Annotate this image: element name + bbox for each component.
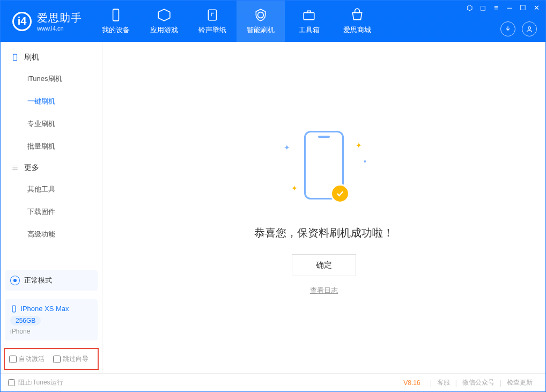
nav-store[interactable]: 爱思商城: [333, 1, 381, 42]
footer-link-support[interactable]: 客服: [437, 378, 450, 387]
footer-link-check-update[interactable]: 检查更新: [507, 378, 533, 387]
svg-rect-0: [113, 9, 119, 21]
svg-rect-2: [304, 12, 314, 19]
checkbox-skip-guide[interactable]: 跳过向导: [53, 354, 88, 364]
sidebar-item-other-tools[interactable]: 其他工具: [1, 178, 102, 201]
nav-apps-games[interactable]: 应用游戏: [140, 1, 188, 42]
device-info-box[interactable]: iPhone XS Max 256GB iPhone: [5, 299, 98, 341]
main-content: ✦✦✦• 恭喜您，保资料刷机成功啦！ 确定 查看日志: [102, 42, 545, 373]
checkbox-block-itunes[interactable]: 阻止iTunes运行: [8, 378, 63, 387]
nav-toolbox[interactable]: 工具箱: [285, 1, 333, 42]
phone-icon: [11, 54, 19, 61]
status-bar: 阻止iTunes运行 V8.16 | 客服 | 微信公众号 | 检查更新: [1, 373, 545, 391]
maximize-icon[interactable]: ☐: [519, 4, 527, 11]
mode-indicator-icon: [10, 276, 20, 285]
sidebar-item-onekey-flash[interactable]: 一键刷机: [1, 90, 102, 113]
download-icon[interactable]: [500, 21, 515, 36]
svg-point-3: [528, 27, 531, 29]
success-illustration: ✦✦✦•: [278, 120, 370, 211]
list-icon: [11, 164, 19, 172]
main-nav: 我的设备 应用游戏 铃声壁纸 智能刷机 工具箱 爱思商城: [92, 1, 381, 42]
nav-smart-flash[interactable]: 智能刷机: [237, 1, 285, 42]
window-controls: ⬡ ◻ ≡ ─ ☐ ✕: [466, 4, 540, 11]
sidebar-item-batch-flash[interactable]: 批量刷机: [1, 135, 102, 158]
sidebar-item-download-firmware[interactable]: 下载固件: [1, 201, 102, 223]
logo-icon: i4: [12, 12, 32, 31]
user-icon[interactable]: [522, 21, 537, 36]
device-phone-icon: [10, 305, 18, 313]
feedback-icon[interactable]: ◻: [479, 4, 486, 11]
view-log-link[interactable]: 查看日志: [310, 286, 338, 295]
app-name: 爱思助手: [37, 11, 82, 25]
logo-area: i4 爱思助手 www.i4.cn: [1, 11, 92, 32]
ok-button[interactable]: 确定: [292, 254, 356, 276]
sidebar-section-flash: 刷机: [1, 47, 102, 68]
version-label: V8.16: [403, 379, 420, 387]
nav-my-device[interactable]: 我的设备: [92, 1, 140, 42]
sidebar-item-itunes-flash[interactable]: iTunes刷机: [1, 68, 102, 90]
sidebar: 刷机 iTunes刷机 一键刷机 专业刷机 批量刷机 更多 其他工具 下载固件 …: [1, 42, 102, 373]
sidebar-section-more: 更多: [1, 158, 102, 178]
phone-outline-icon: [304, 131, 344, 199]
sidebar-options-highlighted: 自动激活 跳过向导: [4, 348, 99, 370]
device-type: iPhone: [10, 328, 92, 335]
sidebar-item-pro-flash[interactable]: 专业刷机: [1, 113, 102, 135]
skin-icon[interactable]: ⬡: [466, 4, 473, 11]
checkbox-auto-activate[interactable]: 自动激活: [9, 354, 45, 364]
svg-rect-5: [12, 306, 16, 312]
svg-rect-1: [208, 10, 216, 20]
footer-link-wechat[interactable]: 微信公众号: [462, 378, 495, 387]
app-header: i4 爱思助手 www.i4.cn 我的设备 应用游戏 铃声壁纸 智能刷机 工具…: [1, 1, 545, 42]
menu-icon[interactable]: ≡: [492, 4, 500, 11]
success-message: 恭喜您，保资料刷机成功啦！: [254, 226, 394, 240]
device-mode-box[interactable]: 正常模式: [5, 270, 98, 291]
minimize-icon[interactable]: ─: [506, 4, 513, 11]
close-icon[interactable]: ✕: [533, 4, 540, 11]
svg-rect-4: [13, 54, 17, 61]
device-name: iPhone XS Max: [21, 305, 69, 313]
nav-ringtone-wallpaper[interactable]: 铃声壁纸: [188, 1, 237, 42]
device-capacity: 256GB: [10, 316, 41, 326]
sidebar-item-advanced[interactable]: 高级功能: [1, 223, 102, 246]
app-site: www.i4.cn: [37, 25, 82, 32]
mode-label: 正常模式: [24, 276, 52, 285]
success-check-icon: [330, 184, 350, 203]
header-action-icons: [500, 21, 537, 36]
